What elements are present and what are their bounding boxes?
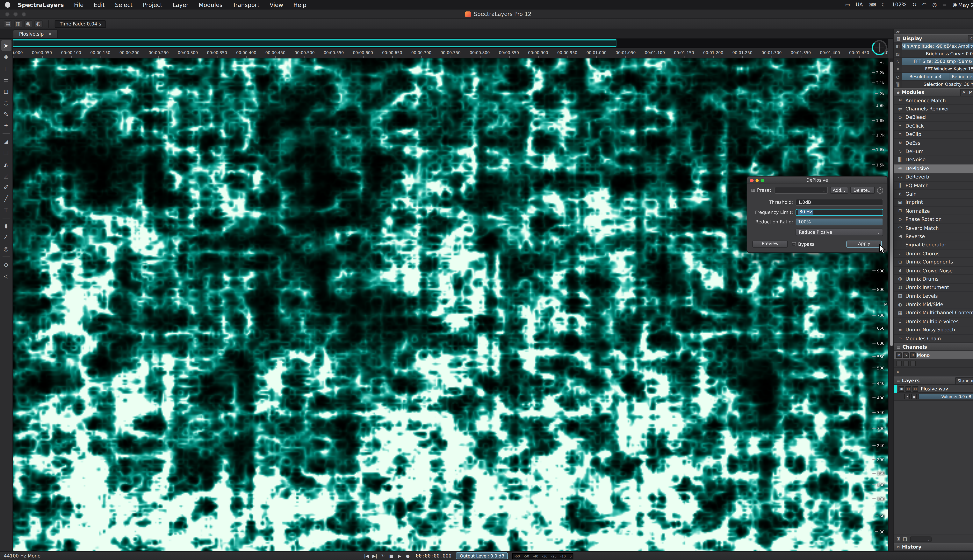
- time-fade-field[interactable]: Time Fade: 0.04 s: [55, 20, 106, 28]
- display-3d-tool[interactable]: ◇: [1, 259, 11, 270]
- module-reverb-match[interactable]: ◠Reverb Match: [894, 224, 973, 233]
- module-modules-chain[interactable]: ∞Modules Chain: [894, 335, 973, 343]
- module-imprint[interactable]: ▣Imprint: [894, 198, 973, 207]
- dialog-close-button[interactable]: [750, 179, 753, 182]
- go-end-button[interactable]: ▶|: [371, 553, 378, 559]
- module-gain[interactable]: ◭Gain: [894, 190, 973, 198]
- module-debleed[interactable]: ⊘DeBleed: [894, 113, 973, 122]
- dialog-minimize-button[interactable]: [755, 179, 759, 182]
- module-normalize[interactable]: ⊟Normalize: [894, 207, 973, 216]
- module-dereverb[interactable]: ◌DeReverb: [894, 173, 973, 182]
- menu-view[interactable]: View: [264, 2, 288, 8]
- minimize-window-button[interactable]: [13, 12, 18, 17]
- module-unmix-multiple-voices[interactable]: ♫Unmix Multiple Voices: [894, 318, 973, 326]
- module-ambience-match[interactable]: ≈Ambience Match: [894, 97, 973, 105]
- max-amplitude-slider[interactable]: Max Amplitude: -18 dB: [949, 43, 973, 50]
- zoom-window-button[interactable]: [22, 12, 26, 17]
- channel-matrix-cell[interactable]: [903, 361, 909, 367]
- layer-visible-toggle[interactable]: ▣: [898, 386, 904, 392]
- play-button[interactable]: ▶: [396, 553, 403, 559]
- frequency-limit-input[interactable]: 80 Hz: [796, 208, 883, 216]
- siri-icon[interactable]: ◉: [952, 2, 957, 8]
- module-unmix-drums[interactable]: ◍Unmix Drums: [894, 275, 973, 284]
- transform-tool[interactable]: ✚: [1, 51, 11, 62]
- dialog-zoom-button[interactable]: [761, 179, 764, 182]
- channel-matrix-cell[interactable]: [896, 361, 901, 367]
- module-phase-rotation[interactable]: ⊙Phase Rotation: [894, 215, 973, 224]
- playback-tool[interactable]: ◁: [1, 270, 11, 282]
- layer-solo-toggle[interactable]: ◻: [906, 386, 911, 392]
- bypass-toggle[interactable]: Bypass: [792, 241, 814, 247]
- zoom-tool[interactable]: ◎: [1, 243, 11, 254]
- fft-window-selector[interactable]: FFT Window: Kaiser-15: [902, 65, 973, 72]
- brightness-curve-slider[interactable]: Brightness Curve: 0.0: [902, 50, 973, 57]
- mode-dropdown[interactable]: Reduce Plosive ⌄: [796, 228, 883, 236]
- module-deess[interactable]: ≋DeEss: [894, 139, 973, 148]
- module-unmix-levels[interactable]: ▤Unmix Levels: [894, 292, 973, 301]
- module-unmix-multichannel-content[interactable]: ▦Unmix Multichannel Content: [894, 309, 973, 318]
- layers-size-dropdown[interactable]: Standard Size ⌄: [955, 377, 973, 385]
- split-view-icon[interactable]: ▥: [14, 20, 22, 28]
- module-unmix-chorus[interactable]: ♪Unmix Chorus: [894, 250, 973, 258]
- channel-solo-button[interactable]: S: [903, 352, 909, 358]
- modules-filter-dropdown[interactable]: All Modules ⌄: [960, 89, 973, 96]
- menu-clock[interactable]: May 28 7:42: [958, 2, 973, 8]
- clone-stamp-tool[interactable]: ❏: [1, 147, 11, 158]
- module-dehum[interactable]: ∿DeHum: [894, 148, 973, 156]
- menu-spectralayers[interactable]: SpectraLayers: [13, 2, 69, 8]
- module-unmix-noisy-speech[interactable]: ≣Unmix Noisy Speech: [894, 326, 973, 335]
- module-eq-match[interactable]: ∥EQ Match: [894, 182, 973, 190]
- record-button[interactable]: ●: [404, 553, 411, 559]
- module-deplosive[interactable]: ◉DePlosive: [894, 165, 973, 173]
- module-unmix-mid-side[interactable]: ◐Unmix Mid/Side: [894, 301, 973, 309]
- menu-project[interactable]: Project: [138, 2, 167, 8]
- stop-button[interactable]: ■: [388, 553, 395, 559]
- measure-tool[interactable]: ∠: [1, 232, 11, 243]
- keyboard-icon[interactable]: ⌨: [868, 2, 876, 8]
- module-reverse[interactable]: ◀Reverse: [894, 233, 973, 241]
- channels-panel-header[interactable]: ▤ Channels ?: [894, 343, 973, 351]
- module-unmix-instrument[interactable]: ♬Unmix Instrument: [894, 283, 973, 292]
- focus-mode-icon[interactable]: ☾: [882, 2, 886, 8]
- close-window-button[interactable]: [5, 12, 10, 17]
- eraser-tool[interactable]: ◪: [1, 136, 11, 147]
- link-layers-icon[interactable]: ◫: [903, 537, 907, 542]
- battery-indicator[interactable]: 102%: [892, 2, 906, 8]
- fft-size-slider[interactable]: FFT Size: 2560 smp (58ms/17Hz): [902, 58, 973, 65]
- pencil-tool[interactable]: ✐: [1, 182, 11, 192]
- brush-selection-tool[interactable]: ✎: [1, 108, 11, 119]
- picker-tool[interactable]: ⧫: [1, 220, 11, 231]
- dialog-help-button[interactable]: ?: [877, 187, 883, 193]
- channel-mute-button[interactable]: M: [896, 352, 901, 358]
- grid-view-icon[interactable]: ▤: [4, 20, 12, 28]
- new-layer-icon[interactable]: ⊞: [896, 537, 900, 542]
- layer-fx-icon[interactable]: ▣: [911, 394, 917, 400]
- time-ruler[interactable]: 00:00.00000:00.05000:00.10000:00.15000:0…: [13, 48, 888, 58]
- layer-name[interactable]: Plosive.wav: [920, 386, 948, 392]
- module-declip[interactable]: ⊓DeClip: [894, 130, 973, 139]
- frequency-selection-tool[interactable]: ▭: [1, 74, 11, 85]
- vertical-scrollbar-thumb[interactable]: [890, 62, 893, 346]
- time-machine-icon[interactable]: ↻: [912, 2, 916, 8]
- preview-button[interactable]: Preview: [752, 240, 788, 247]
- threshold-input[interactable]: 1.0dB: [796, 199, 883, 206]
- apple-logo-icon[interactable]: [5, 2, 10, 8]
- time-selection-tool[interactable]: ▯: [1, 63, 11, 74]
- go-start-button[interactable]: |◀: [363, 553, 370, 559]
- display-panel-header[interactable]: ▦ Display Custom ⌄: [894, 34, 973, 42]
- control-center-icon[interactable]: ≡: [943, 2, 947, 8]
- preset-delete-button[interactable]: Delete...: [850, 187, 875, 194]
- spectrogram-canvas[interactable]: [13, 58, 888, 551]
- amplify-tool[interactable]: ◭: [1, 159, 11, 170]
- visible-range-window[interactable]: [13, 39, 616, 47]
- layer-phase-icon[interactable]: ◔: [904, 394, 910, 400]
- rectangle-selection-tool[interactable]: ◻: [1, 86, 11, 97]
- preset-add-button[interactable]: Add...: [829, 187, 848, 194]
- channel-matrix-cell[interactable]: [910, 361, 916, 367]
- layers-empty-area[interactable]: [894, 401, 973, 535]
- window-title-bar[interactable]: SpectraLayers Pro 12: [0, 10, 973, 19]
- channel-record-button[interactable]: R: [910, 352, 916, 358]
- module-unmix-components[interactable]: ⊞Unmix Components: [894, 258, 973, 267]
- screen-mirroring-icon[interactable]: ▭: [845, 2, 850, 8]
- selection-opacity-slider[interactable]: Selection Opacity: 30 %: [902, 81, 973, 88]
